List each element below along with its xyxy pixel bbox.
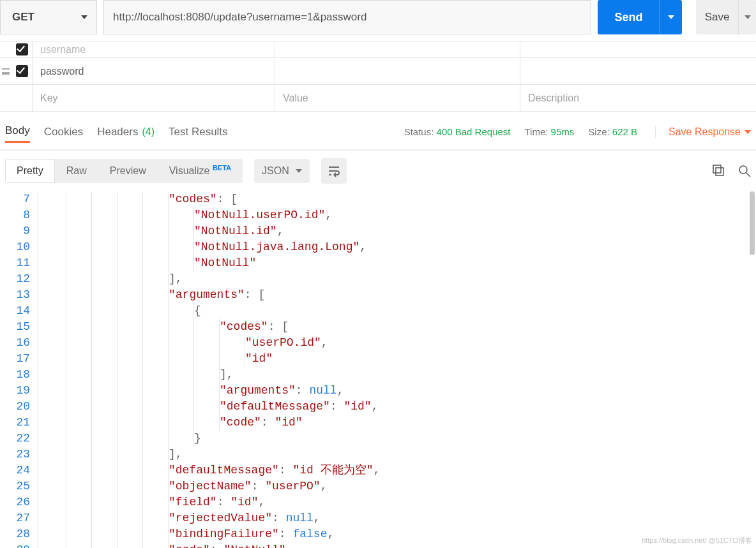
svg-rect-0 xyxy=(716,168,723,175)
param-description[interactable] xyxy=(520,41,756,57)
size-label: Size: xyxy=(588,126,609,137)
visualize-label: Visualize xyxy=(169,165,210,176)
time-label: Time: xyxy=(524,126,548,137)
chevron-down-icon xyxy=(745,15,751,19)
time-value: 95ms xyxy=(551,126,575,137)
params-table: username password Key Value Description xyxy=(0,41,756,112)
param-row: password xyxy=(0,58,756,85)
tab-headers[interactable]: Headers (4) xyxy=(97,121,155,143)
save-response-label: Save Response xyxy=(669,126,741,138)
param-key[interactable]: password xyxy=(32,58,275,84)
param-value[interactable] xyxy=(275,41,520,57)
view-mode-select: Pretty Raw Preview Visualize BETA xyxy=(5,159,243,183)
response-body: 7891011121314151617181920212223242526272… xyxy=(0,191,756,548)
status-label: Status: xyxy=(404,126,434,137)
search-icon[interactable] xyxy=(737,163,751,179)
response-tabs: Body Cookies Headers (4) Test Results xyxy=(5,121,228,143)
drag-handle-icon[interactable] xyxy=(0,41,11,57)
view-pretty[interactable]: Pretty xyxy=(5,159,55,183)
wrap-icon xyxy=(327,164,341,178)
save-dropdown[interactable] xyxy=(738,0,756,34)
param-key[interactable]: username xyxy=(32,41,275,57)
language-select[interactable]: JSON xyxy=(254,159,310,183)
param-value-placeholder[interactable]: Value xyxy=(275,85,520,111)
chevron-down-icon xyxy=(296,169,302,173)
chevron-down-icon xyxy=(81,15,87,19)
response-actions xyxy=(711,163,751,179)
param-description-placeholder[interactable]: Description xyxy=(520,85,756,111)
time-block: Time: 95ms xyxy=(524,126,574,137)
send-button-group: Send xyxy=(598,0,682,34)
format-row: Pretty Raw Preview Visualize BETA JSON xyxy=(0,151,756,191)
code-content[interactable]: "codes": ["NotNull.userPO.id","NotNull.i… xyxy=(38,191,380,548)
request-bar: GET http://localhost:8080/update?usernam… xyxy=(0,0,756,41)
view-raw[interactable]: Raw xyxy=(55,159,98,183)
save-button-group: Save xyxy=(688,0,756,34)
drag-handle-icon[interactable] xyxy=(0,58,11,84)
copy-icon[interactable] xyxy=(711,163,725,179)
size-value: 622 B xyxy=(612,126,637,137)
url-text: http://localhost:8080/update?username=1&… xyxy=(113,11,367,24)
response-meta: Status: 400 Bad Request Time: 95ms Size:… xyxy=(404,126,751,138)
svg-rect-1 xyxy=(713,165,721,173)
param-placeholder-row: Key Value Description xyxy=(0,85,756,112)
tab-test-results[interactable]: Test Results xyxy=(169,121,228,143)
tab-cookies[interactable]: Cookies xyxy=(44,121,83,143)
watermark: https://blog.csdn.net/ @51CTO博客 xyxy=(642,536,752,545)
row-checkbox xyxy=(11,85,32,111)
tab-headers-label: Headers xyxy=(97,126,138,138)
chevron-down-icon xyxy=(745,130,751,134)
size-block: Size: 622 B xyxy=(588,126,637,137)
url-input[interactable]: http://localhost:8080/update?username=1&… xyxy=(103,0,591,34)
row-checkbox[interactable] xyxy=(11,41,32,57)
status-value: 400 Bad Request xyxy=(437,126,511,137)
language-label: JSON xyxy=(262,165,289,177)
save-response-button[interactable]: Save Response xyxy=(655,126,751,138)
chevron-down-icon xyxy=(668,15,674,19)
method-select[interactable]: GET xyxy=(0,0,97,34)
param-description[interactable] xyxy=(520,58,756,84)
headers-count: (4) xyxy=(142,126,155,138)
view-visualize[interactable]: Visualize BETA xyxy=(158,159,243,183)
param-row: username xyxy=(0,41,756,58)
view-preview[interactable]: Preview xyxy=(98,159,158,183)
beta-badge: BETA xyxy=(213,164,231,172)
send-dropdown[interactable] xyxy=(660,0,682,34)
save-button[interactable]: Save xyxy=(696,0,738,34)
param-key-placeholder[interactable]: Key xyxy=(32,85,275,111)
method-label: GET xyxy=(12,11,34,24)
send-button[interactable]: Send xyxy=(598,0,660,34)
wrap-lines-button[interactable] xyxy=(321,158,347,184)
line-gutter: 7891011121314151617181920212223242526272… xyxy=(0,191,38,548)
response-bar: Body Cookies Headers (4) Test Results St… xyxy=(0,112,756,151)
svg-line-3 xyxy=(746,173,750,177)
scrollbar-thumb[interactable] xyxy=(750,191,755,255)
param-value[interactable] xyxy=(275,58,520,84)
row-checkbox[interactable] xyxy=(11,58,32,84)
tab-body[interactable]: Body xyxy=(5,121,30,143)
status-block: Status: 400 Bad Request xyxy=(404,126,511,137)
svg-point-2 xyxy=(739,166,747,174)
drag-handle-icon xyxy=(0,85,11,111)
